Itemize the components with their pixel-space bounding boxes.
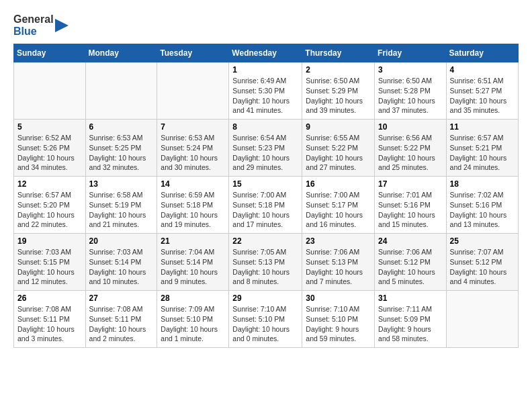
week-row-1: 1Sunrise: 6:49 AM Sunset: 5:30 PM Daylig… (14, 62, 519, 120)
day-info: Sunrise: 7:03 AM Sunset: 5:15 PM Dayligh… (17, 247, 82, 287)
day-info: Sunrise: 6:51 AM Sunset: 5:27 PM Dayligh… (450, 76, 515, 116)
day-info: Sunrise: 6:57 AM Sunset: 5:20 PM Dayligh… (17, 190, 82, 230)
days-header-row: SundayMondayTuesdayWednesdayThursdayFrid… (14, 44, 519, 62)
logo-blue: Blue (13, 26, 54, 38)
day-info: Sunrise: 6:52 AM Sunset: 5:26 PM Dayligh… (17, 133, 82, 173)
logo-arrow-icon (55, 15, 69, 36)
day-number: 21 (161, 236, 225, 246)
day-number: 4 (450, 65, 515, 75)
page-header: General Blue (13, 13, 519, 37)
week-row-4: 19Sunrise: 7:03 AM Sunset: 5:15 PM Dayli… (14, 234, 519, 291)
svg-marker-0 (55, 19, 69, 32)
day-info: Sunrise: 6:57 AM Sunset: 5:21 PM Dayligh… (450, 133, 515, 173)
day-info: Sunrise: 7:08 AM Sunset: 5:11 PM Dayligh… (17, 304, 82, 344)
calendar-cell: 1Sunrise: 6:49 AM Sunset: 5:30 PM Daylig… (229, 62, 302, 120)
calendar-cell: 4Sunrise: 6:51 AM Sunset: 5:27 PM Daylig… (446, 62, 518, 120)
calendar-cell: 28Sunrise: 7:09 AM Sunset: 5:10 PM Dayli… (157, 291, 229, 348)
day-info: Sunrise: 6:50 AM Sunset: 5:29 PM Dayligh… (306, 76, 371, 116)
logo-general: General (13, 13, 54, 26)
day-number: 23 (306, 236, 371, 246)
calendar-cell: 22Sunrise: 7:05 AM Sunset: 5:13 PM Dayli… (229, 234, 302, 291)
calendar-cell: 20Sunrise: 7:03 AM Sunset: 5:14 PM Dayli… (85, 234, 157, 291)
day-number: 8 (232, 122, 298, 132)
calendar-cell (14, 62, 86, 120)
day-info: Sunrise: 6:59 AM Sunset: 5:18 PM Dayligh… (161, 190, 225, 230)
day-info: Sunrise: 7:07 AM Sunset: 5:12 PM Dayligh… (450, 247, 515, 287)
calendar-cell: 27Sunrise: 7:08 AM Sunset: 5:11 PM Dayli… (85, 291, 157, 348)
calendar-cell: 16Sunrise: 7:00 AM Sunset: 5:17 PM Dayli… (302, 177, 375, 234)
day-number: 28 (161, 293, 225, 303)
day-info: Sunrise: 6:54 AM Sunset: 5:23 PM Dayligh… (232, 133, 298, 173)
day-number: 16 (306, 179, 371, 189)
week-row-3: 12Sunrise: 6:57 AM Sunset: 5:20 PM Dayli… (14, 177, 519, 234)
calendar-cell: 19Sunrise: 7:03 AM Sunset: 5:15 PM Dayli… (14, 234, 86, 291)
day-number: 2 (306, 65, 371, 75)
day-info: Sunrise: 7:09 AM Sunset: 5:10 PM Dayligh… (161, 304, 225, 344)
calendar-cell: 24Sunrise: 7:06 AM Sunset: 5:12 PM Dayli… (375, 234, 447, 291)
day-number: 14 (161, 179, 225, 189)
day-header-monday: Monday (85, 44, 157, 62)
day-number: 20 (89, 236, 154, 246)
calendar-cell: 5Sunrise: 6:52 AM Sunset: 5:26 PM Daylig… (14, 120, 86, 177)
day-number: 31 (378, 293, 443, 303)
day-info: Sunrise: 6:55 AM Sunset: 5:22 PM Dayligh… (306, 133, 371, 173)
calendar-cell (157, 62, 229, 120)
day-number: 17 (378, 179, 443, 189)
calendar-cell: 18Sunrise: 7:02 AM Sunset: 5:16 PM Dayli… (446, 177, 518, 234)
day-number: 29 (232, 293, 298, 303)
day-header-thursday: Thursday (302, 44, 375, 62)
day-info: Sunrise: 7:08 AM Sunset: 5:11 PM Dayligh… (89, 304, 154, 344)
calendar-cell: 17Sunrise: 7:01 AM Sunset: 5:16 PM Dayli… (375, 177, 447, 234)
day-number: 25 (450, 236, 515, 246)
day-info: Sunrise: 6:50 AM Sunset: 5:28 PM Dayligh… (378, 76, 443, 116)
day-info: Sunrise: 6:58 AM Sunset: 5:19 PM Dayligh… (89, 190, 154, 230)
day-number: 24 (378, 236, 443, 246)
calendar-cell: 7Sunrise: 6:53 AM Sunset: 5:24 PM Daylig… (157, 120, 229, 177)
day-info: Sunrise: 7:06 AM Sunset: 5:13 PM Dayligh… (306, 247, 371, 287)
day-number: 10 (378, 122, 443, 132)
day-info: Sunrise: 7:06 AM Sunset: 5:12 PM Dayligh… (378, 247, 443, 287)
calendar-cell: 14Sunrise: 6:59 AM Sunset: 5:18 PM Dayli… (157, 177, 229, 234)
calendar-cell (85, 62, 157, 120)
calendar-cell: 13Sunrise: 6:58 AM Sunset: 5:19 PM Dayli… (85, 177, 157, 234)
day-info: Sunrise: 7:03 AM Sunset: 5:14 PM Dayligh… (89, 247, 154, 287)
day-header-tuesday: Tuesday (157, 44, 229, 62)
day-number: 3 (378, 65, 443, 75)
day-info: Sunrise: 6:49 AM Sunset: 5:30 PM Dayligh… (232, 76, 298, 116)
day-number: 12 (17, 179, 82, 189)
day-info: Sunrise: 7:10 AM Sunset: 5:10 PM Dayligh… (306, 304, 371, 344)
logo: General Blue (13, 13, 69, 37)
calendar-cell: 21Sunrise: 7:04 AM Sunset: 5:14 PM Dayli… (157, 234, 229, 291)
day-number: 5 (17, 122, 82, 132)
day-info: Sunrise: 7:01 AM Sunset: 5:16 PM Dayligh… (378, 190, 443, 230)
day-number: 9 (306, 122, 371, 132)
day-number: 22 (232, 236, 298, 246)
day-info: Sunrise: 6:53 AM Sunset: 5:24 PM Dayligh… (161, 133, 225, 173)
calendar-cell: 6Sunrise: 6:53 AM Sunset: 5:25 PM Daylig… (85, 120, 157, 177)
week-row-5: 26Sunrise: 7:08 AM Sunset: 5:11 PM Dayli… (14, 291, 519, 348)
calendar-cell: 9Sunrise: 6:55 AM Sunset: 5:22 PM Daylig… (302, 120, 375, 177)
calendar-cell: 8Sunrise: 6:54 AM Sunset: 5:23 PM Daylig… (229, 120, 302, 177)
calendar-cell: 29Sunrise: 7:10 AM Sunset: 5:10 PM Dayli… (229, 291, 302, 348)
calendar-cell: 11Sunrise: 6:57 AM Sunset: 5:21 PM Dayli… (446, 120, 518, 177)
day-header-wednesday: Wednesday (229, 44, 302, 62)
calendar-cell: 3Sunrise: 6:50 AM Sunset: 5:28 PM Daylig… (375, 62, 447, 120)
calendar-cell: 26Sunrise: 7:08 AM Sunset: 5:11 PM Dayli… (14, 291, 86, 348)
day-number: 7 (161, 122, 225, 132)
week-row-2: 5Sunrise: 6:52 AM Sunset: 5:26 PM Daylig… (14, 120, 519, 177)
calendar-table: SundayMondayTuesdayWednesdayThursdayFrid… (13, 44, 519, 348)
day-number: 18 (450, 179, 515, 189)
day-info: Sunrise: 7:10 AM Sunset: 5:10 PM Dayligh… (232, 304, 298, 344)
day-number: 6 (89, 122, 154, 132)
day-number: 1 (232, 65, 298, 75)
day-number: 15 (232, 179, 298, 189)
day-info: Sunrise: 7:04 AM Sunset: 5:14 PM Dayligh… (161, 247, 225, 287)
calendar-cell: 25Sunrise: 7:07 AM Sunset: 5:12 PM Dayli… (446, 234, 518, 291)
calendar-cell: 30Sunrise: 7:10 AM Sunset: 5:10 PM Dayli… (302, 291, 375, 348)
calendar-cell (446, 291, 518, 348)
calendar-cell: 2Sunrise: 6:50 AM Sunset: 5:29 PM Daylig… (302, 62, 375, 120)
day-info: Sunrise: 7:00 AM Sunset: 5:18 PM Dayligh… (232, 190, 298, 230)
day-header-saturday: Saturday (446, 44, 518, 62)
day-info: Sunrise: 7:02 AM Sunset: 5:16 PM Dayligh… (450, 190, 515, 230)
day-number: 30 (306, 293, 371, 303)
